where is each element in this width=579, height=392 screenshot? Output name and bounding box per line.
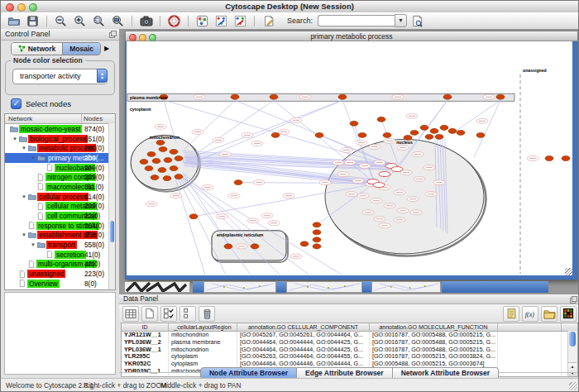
float-panel-icon[interactable] [109,31,117,38]
table-column-header[interactable]: _cellularLayoutRegion [169,323,237,331]
tree-row-secretion[interactable]: secretion41(0) [5,250,115,260]
float-data-panel-icon[interactable] [570,296,577,304]
expand-arrow-icon[interactable]: ▼ [20,232,28,237]
node-color-dropdown[interactable]: transporter activity ▲▼ [12,69,108,84]
network-view-window[interactable]: primary metabolic process plasma membran… [125,31,578,280]
graph-node[interactable] [313,230,321,235]
graph-node[interactable] [170,149,178,154]
search-go-button[interactable] [409,14,426,28]
background-window-1[interactable] [203,281,276,293]
expand-arrow-icon[interactable]: ▼ [20,194,28,199]
select-nodes-checkbox[interactable]: ✓ [11,98,22,109]
graph-node[interactable] [175,174,183,179]
table-row[interactable]: YJR121W__1mitochondrion[GO:0045267, GO:0… [122,332,577,339]
tab-mosaic[interactable]: Mosaic [63,43,100,55]
camera-button[interactable] [137,14,155,28]
tree-column-network[interactable]: Network [5,114,82,123]
dp-grid-button[interactable] [122,306,139,322]
zoom-view-icon[interactable] [149,34,156,41]
help-button[interactable] [165,14,183,28]
tab-overflow-button[interactable]: ▶ [104,45,109,52]
expand-arrow-icon[interactable]: ▼ [20,146,28,151]
table-scrollbar-thumb[interactable] [569,332,576,347]
dp-selcheck-button[interactable] [160,306,177,322]
zoom-region-button[interactable] [90,14,108,28]
expand-arrow-icon[interactable]: ▼ [29,242,37,247]
graph-node[interactable] [170,166,178,171]
graph-node[interactable] [158,168,166,173]
background-window-3[interactable] [371,281,441,293]
tree-row-multi-organism-pro[interactable]: multi-organism pro42(0) [5,260,115,270]
graph-node[interactable] [175,155,183,160]
graph-node[interactable] [545,155,553,160]
graph-node[interactable] [224,244,232,249]
graph-node[interactable] [271,132,280,137]
background-window-edge[interactable] [193,281,203,293]
layout-blue-button[interactable] [213,14,230,28]
background-window-2[interactable] [286,281,362,293]
table-row[interactable]: YPL036W__2plasma membrane[GO:0044464, GO… [122,339,577,347]
graph-node[interactable] [163,176,171,181]
dp-trash-button[interactable] [199,306,215,322]
graph-node[interactable] [562,155,570,160]
graph-node[interactable] [147,151,156,156]
expand-arrow-icon[interactable]: ▼ [29,155,37,160]
graph-node[interactable] [358,132,366,137]
table-column-header[interactable]: annotation.GO CELLULAR_COMPONENT [237,323,370,331]
graph-node[interactable] [145,166,153,171]
graph-node[interactable] [189,214,198,219]
network-canvas[interactable]: plasma membranecytoplasmmitochondrionnuc… [127,41,572,275]
tree-column-nodes[interactable]: Nodes [82,114,115,123]
graph-node[interactable] [140,160,148,165]
tree-row-nucleobase-[interactable]: nucleobase-209(0) [5,163,115,173]
tree-row-overview[interactable]: Overview8(0) [5,279,115,289]
window-resize-grip[interactable] [565,268,572,275]
tree-scrollbar[interactable] [108,123,115,289]
graph-node[interactable] [313,237,321,242]
tree-row-unassigned[interactable]: unassigned223(0) [5,269,115,279]
graph-node[interactable] [152,159,160,164]
graph-node[interactable] [300,241,309,246]
close-window-icon[interactable] [6,3,14,12]
tree-row-cellular-process[interactable]: ▼cellular process614(0) [5,192,115,202]
graph-node[interactable] [435,134,443,139]
tree-row-establishment-of-lo[interactable]: ▼establishment of lo558(0) [5,231,115,241]
graph-node[interactable] [350,121,358,126]
graph-node[interactable] [448,128,457,133]
background-window-edge[interactable] [362,281,371,293]
dp-folder-button[interactable] [541,306,557,322]
graph-node[interactable] [440,125,448,130]
background-window-zigzag[interactable] [124,281,190,293]
close-view-icon[interactable] [129,34,136,41]
graph-node[interactable] [377,117,385,122]
graph-node[interactable] [159,146,167,151]
tree-row-macromolecule[interactable]: macromolecule311(0) [5,182,115,192]
graph-node[interactable] [164,157,172,162]
table-row[interactable]: YPL036W__1mitochondrion[GO:0044464, GO:0… [122,347,577,354]
layout-red-button[interactable] [232,14,249,28]
zoom-window-icon[interactable] [29,3,37,12]
graph-node[interactable] [315,132,323,137]
app-resize-grip[interactable] [569,382,577,390]
open-button[interactable] [5,14,22,28]
graph-node[interactable] [383,132,391,137]
table-column-header[interactable]: ID [122,323,169,331]
graph-node[interactable] [420,125,428,130]
tree-row-cellular-metabol[interactable]: cellular metabol209(0) [5,202,115,212]
tree-row-primary-metabo[interactable]: ▼primary metabo209(... [5,153,115,163]
minimize-view-icon[interactable] [139,34,146,41]
zoom-fit-button[interactable] [109,14,127,28]
graph-node-highlight[interactable] [373,183,385,188]
graph-node[interactable] [270,94,278,99]
graph-node[interactable] [430,128,438,133]
table-column-header[interactable] [498,323,562,331]
tree-row-metabolic-process[interactable]: ▼metabolic process280(0) [5,143,115,153]
graph-node[interactable] [313,222,321,227]
os-titlebar[interactable]: Cytoscape Desktop (New Session) [1,1,578,13]
zoom-in-button[interactable] [71,14,89,28]
zoom-out-button[interactable] [52,14,69,28]
annotate-button[interactable] [260,14,277,28]
dp-fx-button[interactable]: f(x) [522,306,538,322]
table-column-header[interactable]: annotation.GO MOLECULAR_FUNCTION [370,323,498,331]
tree-row-response-to-stimulu[interactable]: response to stimulu264(0) [5,221,115,231]
